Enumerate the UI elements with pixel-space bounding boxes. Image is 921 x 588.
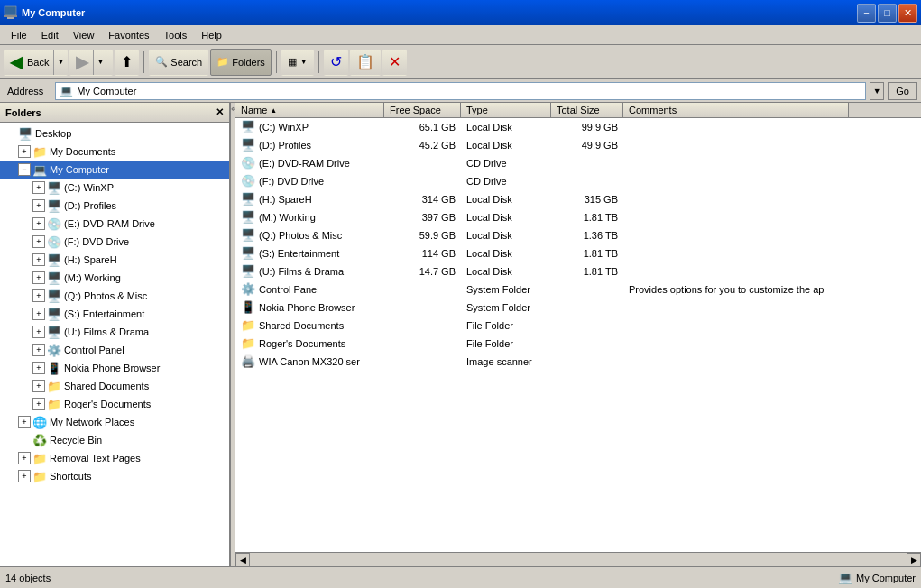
expand-btn-dvdram[interactable]: + (32, 217, 45, 230)
views-button[interactable]: ▦ ▼ (281, 49, 314, 76)
expand-btn-dvd[interactable]: + (32, 235, 45, 248)
h-scrollbar[interactable]: ◀ ▶ (235, 552, 921, 566)
expand-btn-control-panel[interactable]: + (32, 344, 45, 356)
tree-item-my-computer[interactable]: − 💻 My Computer (0, 161, 229, 179)
tree-item-entertainment[interactable]: + 🖥️ (S:) Entertainment (0, 305, 229, 323)
file-row[interactable]: 📁 Roger's Documents File Folder (235, 335, 921, 353)
expand-btn-photos[interactable]: + (32, 289, 45, 302)
close-button[interactable]: ✕ (898, 4, 917, 23)
tree-item-dvdram[interactable]: + 💿 (E:) DVD-RAM Drive (0, 215, 229, 233)
forward-button[interactable]: ▶ ▼ (69, 49, 113, 76)
expand-btn-removal-text[interactable]: + (18, 452, 31, 464)
folders-tree[interactable]: 🖥️ Desktop + 📁 My Documents − 💻 My Compu… (0, 123, 229, 566)
expand-btn-films[interactable]: + (32, 326, 45, 338)
expand-btn-my-documents[interactable]: + (18, 145, 31, 158)
tree-item-dvd[interactable]: + 💿 (F:) DVD Drive (0, 233, 229, 251)
search-button[interactable]: 🔍 Search (149, 49, 208, 76)
expand-btn-shared-docs[interactable]: + (32, 380, 45, 392)
forward-dropdown-icon[interactable]: ▼ (93, 50, 106, 75)
window-title: My Computer (22, 7, 85, 18)
file-row[interactable]: 🖥️ (M:) Working 397 GB Local Disk 1.81 T… (235, 208, 921, 226)
tree-item-winxp[interactable]: + 🖥️ (C:) WinXP (0, 179, 229, 197)
tree-item-nokia[interactable]: + 📱 Nokia Phone Browser (0, 359, 229, 377)
file-row[interactable]: 🖥️ (Q:) Photos & Misc 59.9 GB Local Disk… (235, 226, 921, 244)
tree-item-desktop[interactable]: 🖥️ Desktop (0, 124, 229, 142)
tree-item-films[interactable]: + 🖥️ (U:) Films & Drama (0, 323, 229, 341)
file-row[interactable]: 🖥️ (H:) SpareH 314 GB Local Disk 315 GB (235, 190, 921, 208)
file-cell-comments: Provides options for you to customize th… (623, 284, 849, 295)
maximize-button[interactable]: □ (878, 4, 897, 23)
tree-item-removal-text[interactable]: + 📁 Removal Text Pages (0, 449, 229, 467)
tree-item-control-panel[interactable]: + ⚙️ Control Panel (0, 341, 229, 359)
scroll-right-btn[interactable]: ▶ (907, 553, 921, 567)
file-row[interactable]: 🖥️ (D:) Profiles 45.2 GB Local Disk 49.9… (235, 136, 921, 154)
file-row[interactable]: 🖥️ (U:) Films & Drama 14.7 GB Local Disk… (235, 262, 921, 280)
file-row[interactable]: 🖨️ WIA Canon MX320 ser Image scanner (235, 353, 921, 371)
expand-btn-profiles[interactable]: + (32, 199, 45, 212)
go-button[interactable]: Go (888, 82, 917, 100)
col-header-type[interactable]: Type (461, 103, 551, 117)
delete-btn[interactable]: ✕ (382, 49, 407, 76)
scroll-left-btn[interactable]: ◀ (235, 553, 250, 567)
views-dropdown[interactable]: ▼ (300, 58, 308, 66)
tree-icon-removal-text: 📁 (32, 451, 47, 465)
folders-close-btn[interactable]: ✕ (216, 106, 224, 118)
up-button[interactable]: ⬆ (115, 49, 139, 76)
file-row[interactable]: 📱 Nokia Phone Browser System Folder (235, 299, 921, 317)
expand-btn-working[interactable]: + (32, 271, 45, 284)
col-label-name: Name (241, 105, 267, 115)
address-input[interactable]: 💻 My Computer (55, 82, 866, 100)
expand-btn-rogers-docs[interactable]: + (32, 398, 45, 410)
col-header-freespace[interactable]: Free Space (384, 103, 461, 117)
expand-btn-shortcuts[interactable]: + (18, 470, 31, 482)
col-header-comments[interactable]: Comments (623, 103, 849, 117)
file-cell-totalsize: 1.81 TB (551, 266, 623, 277)
tree-icon-my-computer: 💻 (32, 162, 47, 177)
expand-btn-winxp[interactable]: + (32, 181, 45, 194)
file-row[interactable]: 📁 Shared Documents File Folder (235, 317, 921, 335)
menu-edit[interactable]: Edit (34, 28, 66, 42)
file-cell-freespace: 14.7 GB (384, 266, 461, 277)
col-header-totalsize[interactable]: Total Size (551, 103, 623, 117)
expand-btn-entertainment[interactable]: + (32, 308, 45, 320)
expand-btn-spareh[interactable]: + (32, 253, 45, 266)
tree-item-spareh[interactable]: + 🖥️ (H:) SpareH (0, 251, 229, 269)
tree-item-shared-docs[interactable]: + 📁 Shared Documents (0, 377, 229, 395)
tree-item-photos[interactable]: + 🖥️ (Q:) Photos & Misc (0, 287, 229, 305)
tree-item-working[interactable]: + 🖥️ (M:) Working (0, 269, 229, 287)
expand-btn-network-places[interactable]: + (18, 416, 31, 428)
file-cell-name: 💿 (E:) DVD-RAM Drive (235, 156, 384, 170)
tree-item-network-places[interactable]: + 🌐 My Network Places (0, 413, 229, 431)
tree-icon-winxp: 🖥️ (47, 180, 61, 195)
expand-btn-my-computer[interactable]: − (18, 163, 31, 176)
file-row[interactable]: 💿 (E:) DVD-RAM Drive CD Drive (235, 154, 921, 172)
col-header-name[interactable]: Name▲ (235, 103, 384, 117)
tree-item-rogers-docs[interactable]: + 📁 Roger's Documents (0, 395, 229, 413)
action-btn-2[interactable]: 📋 (350, 49, 381, 76)
tree-item-profiles[interactable]: + 🖥️ (D:) Profiles (0, 197, 229, 215)
menu-tools[interactable]: Tools (157, 28, 195, 42)
file-rows[interactable]: 🖥️ (C:) WinXP 65.1 GB Local Disk 99.9 GB… (235, 118, 921, 552)
tree-label-rogers-docs: Roger's Documents (64, 399, 151, 409)
file-row[interactable]: ⚙️ Control Panel System Folder Provides … (235, 280, 921, 299)
expand-btn-nokia[interactable]: + (32, 362, 45, 374)
file-row[interactable]: 🖥️ (C:) WinXP 65.1 GB Local Disk 99.9 GB (235, 118, 921, 136)
file-row[interactable]: 💿 (F:) DVD Drive CD Drive (235, 172, 921, 190)
file-row[interactable]: 🖥️ (S:) Entertainment 114 GB Local Disk … (235, 244, 921, 262)
menu-favorites[interactable]: Favorites (101, 28, 156, 42)
tree-item-my-documents[interactable]: + 📁 My Documents (0, 142, 229, 161)
address-dropdown[interactable]: ▼ (870, 82, 884, 100)
menu-file[interactable]: File (4, 28, 34, 42)
tree-label-spareh: (H:) SpareH (64, 254, 117, 265)
scroll-track[interactable] (250, 555, 907, 565)
folders-button[interactable]: 📁 Folders (210, 49, 272, 76)
minimize-button[interactable]: − (857, 4, 876, 23)
undo-icon: ↺ (330, 53, 342, 70)
action-btn-1[interactable]: ↺ (324, 49, 348, 76)
back-dropdown-icon[interactable]: ▼ (53, 50, 67, 75)
menu-view[interactable]: View (66, 28, 102, 42)
tree-item-recycle[interactable]: ♻️ Recycle Bin (0, 431, 229, 449)
tree-item-shortcuts[interactable]: + 📁 Shortcuts (0, 467, 229, 485)
menu-help[interactable]: Help (194, 28, 229, 42)
back-button[interactable]: ◀ Back ▼ (4, 49, 68, 76)
